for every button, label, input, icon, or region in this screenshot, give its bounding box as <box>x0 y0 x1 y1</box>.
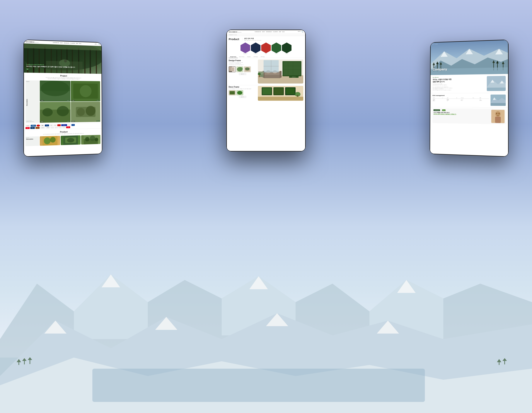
left-project-section: Project 스칸디아모스는 걸고 생활 가능한 건강 자연 이끼를 기반으로… <box>24 73 102 81</box>
center-tab-partition[interactable]: Partition <box>246 56 252 58</box>
right-esg-left: ESG management 환경이 비 사회 재 거버넌스 <box>432 95 489 101</box>
center-main-content: Design Frame 이끼 모니에서이어 이야 다양한 이어이이에스칸디아모… <box>227 58 305 85</box>
right-esg-img <box>490 95 506 106</box>
center-logo-text: SCANDIA <box>229 31 238 33</box>
center-product-title-area: Product <box>229 38 243 41</box>
logo-hyundai: 현대 <box>30 127 35 129</box>
left-nav-link-2[interactable]: ABOUT <box>60 42 63 43</box>
esg-cell-7: 토 이야이야 이야 <box>479 99 489 102</box>
left-search-icon[interactable]: 🔍 <box>98 43 100 45</box>
left-hero-text: Scandiam oss is Green Living Moss Art 독자… <box>26 64 99 71</box>
center-lang[interactable]: KOR ▼ <box>298 31 301 33</box>
hex-label-1: Design Frame <box>243 53 247 54</box>
center-header: Product 공간 안의 자연 특별한 식물 인테리어 디자인의 핵심 사이 … <box>227 36 305 42</box>
left-photo-btn-2[interactable]: 자세히 보기 <box>96 100 100 101</box>
left-lang[interactable]: KOR ▼ <box>95 44 97 45</box>
left-photo-btn-1[interactable]: 자세히 보기 <box>66 100 70 101</box>
left-nav-link-3[interactable]: REFERENCES <box>64 42 69 44</box>
center-thumbs: Vertical Line <box>229 66 256 72</box>
hex-label-2: Limed Frame <box>254 53 258 54</box>
center-content: SCANDIA Mossliving SCANDIAM OSS ABOUT RE… <box>227 30 305 151</box>
center-tab-diy-panel[interactable]: DIY Panel <box>252 56 259 58</box>
center-nav-link-3[interactable]: REFERENCES <box>266 31 272 32</box>
center-nav-link-5[interactable]: SHOP <box>279 31 281 32</box>
left-content: SCANDIA Mossliving SCANDIAM OSS ABOUT RE… <box>24 40 102 156</box>
center-deco-right <box>258 86 303 101</box>
center-tab-diy-moss[interactable]: DIY Moss <box>259 56 266 58</box>
logo-icon1: ✈ <box>49 124 53 126</box>
right-esg-table: 환경이 비 사회 재 거버넌스 지도 배출 <box>432 97 489 101</box>
hex-label-5: DIY Moss <box>285 53 288 54</box>
center-nav-link-2[interactable]: ABOUT <box>262 31 265 32</box>
esg-header-5: 거버넌스 <box>461 97 472 99</box>
center-design-desc: 이끼 모니에서이어 이야 다양한 이어이이에스칸디아모스는 스 제 역할 해을 … <box>229 62 256 65</box>
esg-header-1: 환경이 <box>432 97 442 98</box>
center-nav-link-6[interactable]: BLOG <box>282 31 285 32</box>
left-nav-link-6[interactable]: BLOG <box>79 43 81 44</box>
center-hexagons: Design Frame Limed Frame Partition DIY P… <box>227 42 305 55</box>
esg-header-2: 비 <box>442 97 446 98</box>
logo-posco: POSCO <box>31 125 36 127</box>
left-nav-link-1[interactable]: SCANDIAM OSS <box>53 42 59 43</box>
esg-cell-2 <box>442 98 446 101</box>
right-partnership-text: 우리의 말울을 사회에 향한 길로서공파되는 함께 지원당신 오늘생일이 식겠습… <box>434 112 490 115</box>
hex-label-3: Partition <box>265 53 267 54</box>
tablets-container: SCANDIA Mossliving SCANDIAM OSS ABOUT RE… <box>9 19 523 404</box>
center-deco-inner: Deco Frame 공간으로 특별함을 인테리어 학고, 특별한 디자인 공간… <box>229 86 303 101</box>
left-logo-sub: Mossliving <box>35 42 38 43</box>
logo-empty5 <box>62 126 66 128</box>
center-thumb-1: Vertical Line <box>229 66 236 72</box>
logo-cjn: CJN <box>66 126 70 128</box>
svg-rect-150 <box>495 117 501 123</box>
hex-1: Design Frame <box>240 42 250 54</box>
hex-2: Limed Frame <box>251 42 260 54</box>
svg-rect-82 <box>283 62 300 75</box>
center-tab-deco-frame[interactable]: Deco Frame <box>238 56 246 58</box>
svg-rect-90 <box>280 71 282 78</box>
svg-point-77 <box>245 67 250 70</box>
right-esg-title: ESG management <box>432 95 489 96</box>
svg-point-74 <box>239 67 243 70</box>
left-photo-btn-4[interactable]: 자세히 보기 <box>96 120 100 121</box>
center-deco-more[interactable]: 더보기 ▼ <box>239 96 246 98</box>
center-tab-design-frame[interactable]: Design Frame <box>229 56 238 58</box>
right-mission-img <box>487 76 506 91</box>
logo-icon2: ◆ <box>53 124 57 126</box>
svg-rect-71 <box>231 67 234 71</box>
center-deco-title: Deco Frame <box>229 86 256 88</box>
left-nav-link-4[interactable]: CS CENTER <box>70 43 75 44</box>
left-project-cards: Biophilic Decoration 공간을 아름답게살려주는 이끼 인테리… <box>24 80 102 124</box>
right-mission-inner: Our Mission 우리는 사람과 자연을 위한길을 향해 갑니다. 스칸디… <box>433 76 506 91</box>
center-thumb-3 <box>244 66 251 72</box>
left-hero-btn[interactable]: ▶ <box>26 68 29 70</box>
logo-lotte: Lotte <box>26 127 30 129</box>
center-tablet-screen: SCANDIA Mossliving SCANDIAM OSS ABOUT RE… <box>227 30 305 151</box>
left-product-card-2 <box>61 135 81 145</box>
right-esg-section: ESG management 환경이 비 사회 재 거버넌스 <box>430 93 508 107</box>
right-breadcrumb: Home > Company <box>432 43 438 45</box>
left-nav-link-5[interactable]: SHOP <box>76 43 78 44</box>
left-tablet: SCANDIA Mossliving SCANDIAM OSS ABOUT RE… <box>23 39 102 157</box>
left-photo-btn-3[interactable]: 자세히 보기 <box>66 121 70 122</box>
right-mission-left: Our Mission 우리는 사람과 자연을 위한길을 향해 갑니다. 스칸디… <box>433 76 485 91</box>
center-deco-img <box>258 86 303 101</box>
left-decoration-label-1: Decoration <box>26 96 38 106</box>
svg-rect-147 <box>490 103 506 106</box>
hex-red <box>261 42 271 53</box>
center-room-section: 자세히 보기 <box>258 59 303 84</box>
logo-brown: ● <box>36 127 40 129</box>
left-decoration-card: Biophilic Decoration 공간을 아름답게살려주는 이끼 인테리… <box>26 80 39 123</box>
center-nav-link-4[interactable]: CS CENTER <box>273 31 278 32</box>
left-hero: Scandiam oss is Green Living Moss Art 독자… <box>24 43 101 74</box>
center-design-more[interactable]: 더보기 ▼ <box>239 73 246 75</box>
center-search-icon[interactable]: 🔍 <box>302 31 303 33</box>
left-nav-links: SCANDIAM OSS ABOUT REFERENCES CS CENTER … <box>53 42 81 44</box>
right-partnership-text-area: SCANDIAM3SS × Avery 우리의 말울을 사회에 향한 길로서공파… <box>433 109 490 123</box>
right-partnership-img <box>491 110 504 123</box>
center-nav-link-1[interactable]: SCANDIAM OSS <box>255 31 261 32</box>
right-mission-desc: 스칸디아모스는 우리의 가족들건강한 생태적 분위기 속에서 지내기 원합니다.… <box>433 83 485 91</box>
center-deco-thumb-2 <box>236 90 243 95</box>
right-tablet-screen: Home > Company Company Our Mission 우리는 사… <box>430 40 508 156</box>
center-nav-right: KOR ▼ 🔍 <box>298 31 303 33</box>
left-photo-1: 사무공간 자세히 보기 <box>40 81 70 101</box>
